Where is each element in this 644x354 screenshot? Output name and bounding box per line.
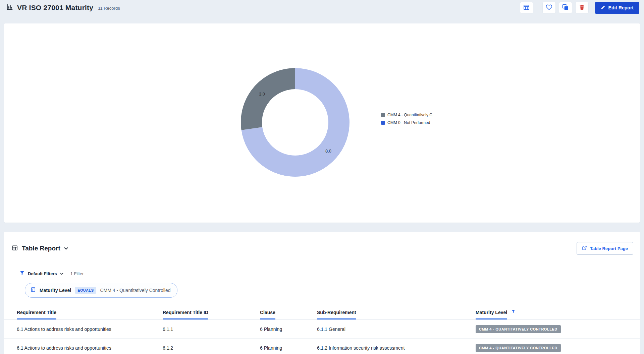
duplicate-button[interactable] (559, 2, 572, 14)
table-icon (11, 245, 18, 252)
filters-chevron-down-icon[interactable] (60, 273, 63, 275)
filter-value: CMM 4 - Quantitatively Controlled (100, 288, 170, 293)
filter-count: 1 Filter (70, 271, 84, 276)
table-header-row: Requirement Title Requirement Title ID C… (4, 309, 640, 320)
table-view-button[interactable] (520, 2, 533, 14)
column-header-requirement-title[interactable]: Requirement Title (17, 310, 56, 319)
cell-requirement-title-id: 6.1.1 (163, 327, 173, 332)
filters-row: Default Filters 1 Filter (19, 270, 633, 277)
table-row[interactable]: 6.1 Actions to address risks and opportu… (4, 339, 640, 354)
report-page: { "header": { "title": "VR ISO 27001 Mat… (0, 0, 644, 354)
cell-sub-requirement: 6.1.2 Information security risk assessme… (317, 345, 405, 351)
divider (538, 4, 538, 12)
report-header: VR ISO 27001 Maturity 11 Records (0, 0, 644, 15)
heart-icon (546, 4, 552, 11)
legend-swatch-cmm4 (381, 113, 385, 117)
edit-report-button[interactable]: Edit Report (595, 2, 639, 14)
cell-sub-requirement: 6.1.1 General (317, 327, 345, 332)
table-report-card: Table Report Table Report Page Default F… (4, 232, 640, 354)
column-header-requirement-title-id[interactable]: Requirement Title ID (163, 310, 208, 319)
chart-legend: CMM 4 - Quantitatively C... CMM 0 - Not … (381, 113, 436, 125)
maturity-level-badge: CMM 4 - QUANTITATIVELY CONTROLLED (476, 325, 561, 333)
column-header-maturity-level[interactable]: Maturity Level (476, 310, 507, 319)
slice-label-cmm0: 8.0 (325, 149, 331, 154)
donut-svg (220, 47, 371, 198)
filter-field-name: Maturity Level (40, 288, 71, 293)
column-header-sub-requirement[interactable]: Sub-Requirement (317, 310, 356, 319)
filter-funnel-icon (19, 270, 25, 277)
donut-slice-cmm4[interactable] (241, 68, 295, 130)
bar-chart-icon (6, 3, 13, 12)
filter-chip[interactable]: Maturity Level EQUALS CMM 4 - Quantitati… (25, 283, 177, 298)
slice-label-cmm4: 3.0 (259, 92, 265, 97)
table-row[interactable]: 6.1 Actions to address risks and opportu… (4, 320, 640, 339)
column-header-clause[interactable]: Clause (260, 310, 275, 319)
page-title: VR ISO 27001 Maturity (17, 4, 93, 12)
table-view-icon (523, 4, 530, 12)
records-count: 11 Records (98, 5, 120, 11)
cell-clause: 6 Planning (260, 345, 282, 351)
delete-button[interactable] (575, 2, 589, 14)
filter-operator-badge: EQUALS (75, 287, 96, 294)
filter-chip-row: Maturity Level EQUALS CMM 4 - Quantitati… (25, 283, 640, 298)
donut-chart[interactable]: 3.0 8.0 (220, 47, 371, 198)
cell-clause: 6 Planning (260, 327, 282, 332)
report-table: Requirement Title Requirement Title ID C… (4, 309, 640, 354)
default-filters-label[interactable]: Default Filters (28, 271, 57, 276)
table-body: 6.1 Actions to address risks and opportu… (4, 320, 640, 354)
table-report-title: Table Report (22, 245, 60, 252)
copy-icon (562, 4, 569, 12)
edit-report-label: Edit Report (608, 5, 634, 10)
legend-label-cmm0: CMM 0 - Not Performed (387, 120, 430, 125)
legend-label-cmm4: CMM 4 - Quantitatively C... (387, 113, 436, 117)
table-report-page-button[interactable]: Table Report Page (577, 242, 633, 255)
legend-item-cmm0[interactable]: CMM 0 - Not Performed (381, 120, 436, 125)
legend-swatch-cmm0 (381, 121, 385, 125)
maturity-level-badge: CMM 4 - QUANTITATIVELY CONTROLLED (476, 344, 561, 352)
external-link-icon (582, 245, 587, 251)
pencil-icon (601, 5, 605, 11)
chevron-down-icon[interactable] (64, 247, 68, 250)
table-report-header: Table Report Table Report Page (4, 232, 640, 255)
column-filter-funnel-icon[interactable] (511, 309, 516, 314)
trash-icon (579, 4, 585, 11)
favorite-button[interactable] (542, 2, 556, 14)
legend-item-cmm4[interactable]: CMM 4 - Quantitatively C... (381, 113, 436, 117)
cell-requirement-title: 6.1 Actions to address risks and opportu… (17, 327, 111, 332)
table-report-page-label: Table Report Page (590, 246, 628, 251)
chart-card: 3.0 8.0 CMM 4 - Quantitatively C... CMM … (4, 23, 640, 223)
header-actions: Edit Report (520, 2, 639, 14)
cell-requirement-title-id: 6.1.2 (163, 345, 173, 351)
cell-requirement-title: 6.1 Actions to address risks and opportu… (17, 345, 111, 351)
field-icon (31, 287, 36, 294)
